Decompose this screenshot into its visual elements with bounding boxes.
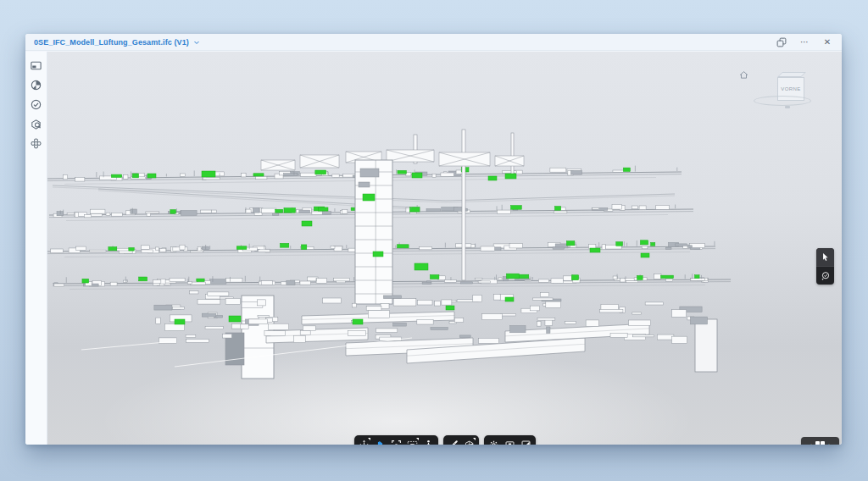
- navigate-tool-group: [354, 435, 438, 445]
- home-icon: [738, 69, 749, 80]
- measure-tool-group: [443, 435, 479, 445]
- sidebar-item-apps[interactable]: [29, 135, 44, 151]
- viewer-window: 0SE_IFC_Modell_Lüftung_Gesamt.ifc (V1) ⋯…: [25, 34, 842, 445]
- check-circle-icon: [30, 98, 42, 111]
- fit-view-button[interactable]: [388, 435, 404, 445]
- sidebar-item-issues[interactable]: [29, 97, 44, 112]
- right-toolbar: [816, 248, 834, 285]
- compass-tick: [785, 106, 790, 108]
- screenshot-icon: [504, 440, 515, 445]
- window-titlebar: 0SE_IFC_Modell_Lüftung_Gesamt.ifc (V1) ⋯…: [25, 34, 842, 51]
- model-canvas[interactable]: [47, 52, 842, 445]
- orbit-button[interactable]: [356, 435, 372, 445]
- panels-icon: [30, 59, 42, 72]
- first-person-camera-button[interactable]: [404, 435, 420, 445]
- left-rail: [25, 52, 47, 445]
- section-button[interactable]: [461, 435, 477, 445]
- document-title: 0SE_IFC_Modell_Lüftung_Gesamt.ifc (V1): [34, 38, 189, 47]
- model-search-icon: [30, 118, 42, 130]
- viewcube-area: VORNE: [759, 62, 826, 121]
- sidebar-item-model-search[interactable]: [29, 116, 44, 131]
- fullscreen-button[interactable]: [518, 435, 534, 445]
- cursor-icon: [821, 252, 830, 262]
- walk-person-icon: [423, 440, 434, 445]
- dropdown-caret: [368, 438, 370, 440]
- fullscreen-icon: [520, 440, 531, 445]
- settings-tool-group: [484, 435, 536, 445]
- pan-button[interactable]: [372, 435, 388, 445]
- window-controls: ⋯ ✕: [776, 36, 833, 48]
- settings-button[interactable]: [486, 435, 502, 445]
- more-options-button[interactable]: ⋯: [798, 36, 810, 48]
- fit-view-icon: [391, 440, 402, 445]
- select-tool-button[interactable]: [816, 248, 834, 266]
- bottom-toolbar: [354, 435, 536, 445]
- dropdown-caret: [416, 438, 419, 440]
- duplicate-icon: [776, 37, 787, 47]
- views-icon: [30, 79, 42, 91]
- screenshot-button[interactable]: [502, 435, 518, 445]
- desktop-background: 0SE_IFC_Modell_Lüftung_Gesamt.ifc (V1) ⋯…: [0, 0, 868, 481]
- gear-icon: [488, 440, 499, 445]
- measure-button[interactable]: [445, 435, 461, 445]
- bottom-right-pill: ‹ ›: [801, 437, 839, 445]
- duplicate-window-button[interactable]: [776, 36, 787, 48]
- pan-hand-icon: [375, 440, 386, 445]
- version-dropdown[interactable]: [193, 39, 200, 46]
- close-button[interactable]: ✕: [821, 36, 833, 48]
- sidebar-item-views[interactable]: [29, 77, 44, 92]
- apps-grid-button[interactable]: [815, 441, 825, 445]
- viewport: VORNE: [47, 52, 842, 445]
- pager-next-button[interactable]: ›: [828, 442, 831, 445]
- clover-apps-icon: [30, 137, 42, 150]
- sidebar-item-panels[interactable]: [29, 58, 44, 73]
- measure-icon: [448, 440, 459, 445]
- pager-prev-button[interactable]: ‹: [810, 442, 812, 445]
- check-circle-icon: [821, 271, 831, 281]
- walk-button[interactable]: [420, 435, 437, 445]
- viewcube-compass-ring[interactable]: [754, 96, 811, 106]
- home-view-button[interactable]: [738, 69, 749, 84]
- issue-check-tool-button[interactable]: [816, 267, 834, 285]
- viewcube-front-label: VORNE: [781, 86, 800, 91]
- chevron-down-icon: [193, 39, 200, 46]
- dropdown-caret: [473, 438, 476, 440]
